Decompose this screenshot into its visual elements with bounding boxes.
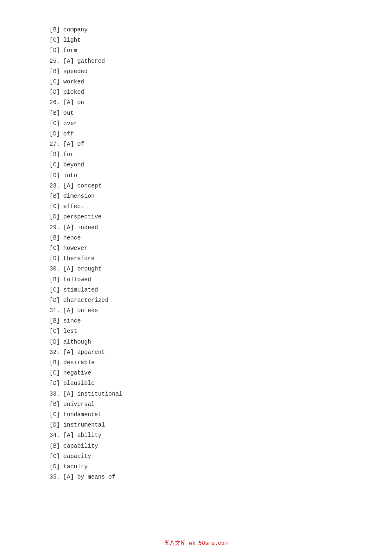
- list-item: 34. [A] ability: [50, 430, 342, 441]
- list-item: [D] instrumental: [50, 420, 342, 430]
- list-item: [C] capacity: [50, 451, 342, 462]
- footer-brand: 五八文库 wk.58sms.com: [164, 540, 227, 546]
- footer: 五八文库 wk.58sms.com: [0, 539, 392, 547]
- list-item: 35. [A] by means of: [50, 472, 342, 482]
- list-item: 31. [A] unless: [50, 306, 342, 316]
- list-item: [D] off: [50, 129, 342, 139]
- list-item: [C] over: [50, 119, 342, 129]
- list-item: [D] into: [50, 171, 342, 181]
- list-item: [C] effect: [50, 202, 342, 212]
- list-item: 30. [A] brought: [50, 264, 342, 274]
- list-item: [B] universal: [50, 399, 342, 410]
- list-item: [B] capability: [50, 441, 342, 451]
- list-item: 29. [A] indeed: [50, 223, 342, 233]
- list-item: [D] although: [50, 337, 342, 347]
- list-item: 28. [A] concept: [50, 181, 342, 191]
- list-item: [B] company: [50, 25, 342, 35]
- list-item: [D] faculty: [50, 462, 342, 472]
- list-item: [C] however: [50, 243, 342, 254]
- list-item: [D] characterized: [50, 295, 342, 306]
- list-item: [B] since: [50, 316, 342, 326]
- list-item: [D] picked: [50, 87, 342, 97]
- list-item: 33. [A] institutional: [50, 389, 342, 399]
- list-item: [C] light: [50, 35, 342, 45]
- list-item: [D] plausible: [50, 378, 342, 389]
- list-item: [D] therefore: [50, 254, 342, 264]
- list-item: [C] worked: [50, 77, 342, 87]
- list-item: 32. [A] apparent: [50, 347, 342, 358]
- list-item: 27. [A] of: [50, 139, 342, 149]
- list-item: [B] desirable: [50, 358, 342, 368]
- list-item: [C] fundamental: [50, 410, 342, 420]
- list-item: [B] followed: [50, 275, 342, 285]
- list-item: [D] form: [50, 45, 342, 56]
- list-item: [B] out: [50, 108, 342, 119]
- list-item: [B] speeded: [50, 66, 342, 77]
- list-item: [B] hence: [50, 233, 342, 243]
- list-item: [C] stimulated: [50, 285, 342, 295]
- list-item: [C] beyond: [50, 160, 342, 170]
- list-item: 26. [A] on: [50, 97, 342, 108]
- list-item: [C] lest: [50, 326, 342, 337]
- list-item: 25. [A] gathered: [50, 56, 342, 66]
- list-item: [C] negative: [50, 368, 342, 378]
- list-item: [B] for: [50, 149, 342, 160]
- main-content: [B] company[C] light[D] form25. [A] gath…: [0, 0, 392, 515]
- list-item: [D] perspective: [50, 212, 342, 222]
- list-item: [B] dimension: [50, 191, 342, 202]
